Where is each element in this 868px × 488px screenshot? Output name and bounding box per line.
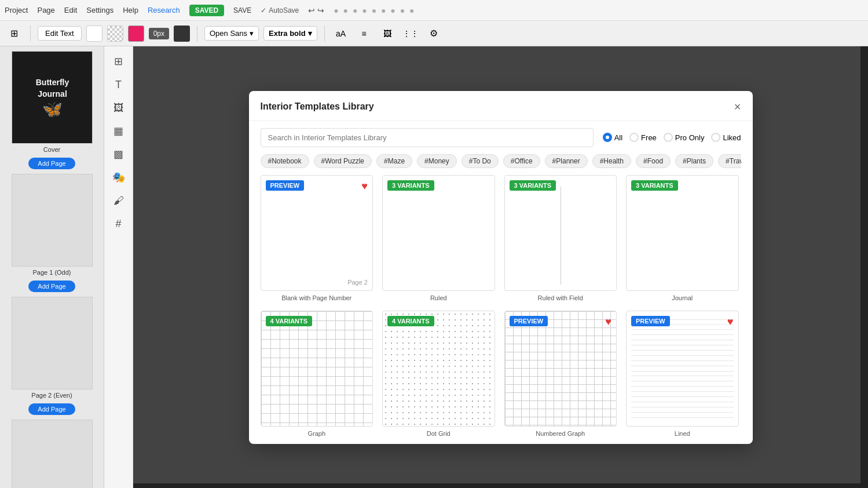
edit-text-button[interactable]: Edit Text xyxy=(38,26,82,41)
tag-wordpuzzle[interactable]: #Word Puzzle xyxy=(314,154,372,168)
history-dots: ● ● ● ● ● ● ● ● ● xyxy=(334,6,415,15)
undo-button[interactable]: ↩ xyxy=(308,6,315,15)
chevron-down-icon-2: ▾ xyxy=(308,29,312,38)
template-card-lined[interactable]: PREVIEW ♥ xyxy=(626,311,739,437)
filter-pro[interactable]: Pro Only xyxy=(664,133,705,142)
menu-edit[interactable]: Edit xyxy=(64,6,77,14)
template-card-ruled[interactable]: 3 VARIANTS xyxy=(382,175,495,301)
add-page-after-cover[interactable]: Add Page xyxy=(28,158,75,169)
badge-preview-8: PREVIEW xyxy=(631,316,670,326)
align-icon[interactable]: ≡ xyxy=(355,24,373,43)
text-tool[interactable]: T xyxy=(108,74,129,95)
table-tool[interactable]: ▦ xyxy=(108,121,129,141)
font-weight-select[interactable]: Extra bold ▾ xyxy=(263,26,317,41)
px-value[interactable]: 0px xyxy=(149,28,169,39)
page3-thumb[interactable] xyxy=(5,420,99,488)
add-page-after-2[interactable]: Add Page xyxy=(28,403,75,415)
hashtag-tool[interactable]: # xyxy=(108,213,129,234)
heart-button-8[interactable]: ♥ xyxy=(727,316,734,328)
badge-preview-7: PREVIEW xyxy=(510,316,548,326)
template-card-blank[interactable]: PREVIEW ♥ Page 2 Blank with Page Number xyxy=(261,175,373,301)
search-input[interactable] xyxy=(261,128,594,147)
tag-office[interactable]: #Office xyxy=(503,154,540,168)
tag-notebook[interactable]: #Notebook xyxy=(261,154,309,168)
font-family-select[interactable]: Open Sans ▾ xyxy=(204,26,259,41)
tag-planner[interactable]: #Planner xyxy=(545,154,588,168)
grid-icon[interactable]: ⋮⋮ xyxy=(401,24,420,43)
template-card-ruled-field[interactable]: 3 VARIANTS xyxy=(504,175,617,301)
template-card-numbered[interactable]: PREVIEW ♥ Numbered Graph xyxy=(504,311,617,437)
dark-swatch[interactable] xyxy=(174,26,190,42)
template-name-blank: Blank with Page Number xyxy=(261,294,373,301)
tag-maze[interactable]: #Maze xyxy=(376,154,412,168)
page2-thumb[interactable]: Page 2 (Even) xyxy=(5,297,99,399)
radio-free xyxy=(629,133,639,142)
image-tool[interactable]: 🖼 xyxy=(108,97,129,118)
checker-pattern-swatch[interactable] xyxy=(107,26,123,42)
saved-button[interactable]: SAVED xyxy=(189,5,224,16)
line xyxy=(631,417,734,418)
brick-tool[interactable]: ▩ xyxy=(108,144,129,165)
heart-button-1[interactable]: ♥ xyxy=(361,180,368,192)
badge-variants-4: 3 VARIANTS xyxy=(631,180,678,191)
redo-button[interactable]: ↪ xyxy=(317,6,324,15)
menu-help[interactable]: Help xyxy=(123,6,138,14)
badge-variants-2: 3 VARIANTS xyxy=(387,180,434,191)
color-picker[interactable] xyxy=(128,26,144,42)
save-button[interactable]: SAVE xyxy=(233,6,251,14)
image-icon[interactable]: 🖼 xyxy=(378,24,397,43)
cover-page-thumb[interactable]: ButterflyJournal 🦋 Cover xyxy=(5,51,99,153)
filter-liked-label: Liked xyxy=(723,133,741,142)
badge-variants-3: 3 VARIANTS xyxy=(510,180,556,191)
elements-icon[interactable]: ⊞ xyxy=(5,24,23,43)
template-card-graph[interactable]: 4 VARIANTS Graph xyxy=(261,311,373,437)
template-content-ruled xyxy=(383,176,495,290)
tags-row: #Notebook #Word Puzzle #Maze #Money #To … xyxy=(261,154,741,168)
line xyxy=(631,391,734,392)
settings-icon[interactable]: ⚙ xyxy=(424,24,443,43)
menu-research[interactable]: Research xyxy=(148,6,180,14)
template-content-lined xyxy=(627,311,738,426)
tag-plants[interactable]: #Plants xyxy=(675,154,713,168)
line xyxy=(631,329,734,330)
tag-travel[interactable]: #Travel xyxy=(718,154,741,168)
tag-health[interactable]: #Health xyxy=(592,154,631,168)
font-family-label: Open Sans xyxy=(210,29,247,38)
line xyxy=(631,371,734,372)
filter-liked[interactable]: Liked xyxy=(711,133,741,142)
line xyxy=(631,381,734,381)
template-card-dot[interactable]: 4 VARIANTS Dot Grid xyxy=(382,311,495,437)
template-thumb-blank: PREVIEW ♥ Page 2 xyxy=(261,175,373,291)
menu-page[interactable]: Page xyxy=(37,6,54,14)
line xyxy=(631,360,734,361)
paint-tool[interactable]: 🖌 xyxy=(108,190,129,211)
main-layout: ButterflyJournal 🦋 Cover Add Page Page 1… xyxy=(0,46,868,488)
elements-tool[interactable]: ⊞ xyxy=(108,51,129,72)
modal-header: Interior Templates Library × xyxy=(249,91,753,121)
modal-close-button[interactable]: × xyxy=(734,100,741,114)
filter-free[interactable]: Free xyxy=(629,133,657,142)
mask-tool[interactable]: 🎭 xyxy=(108,167,129,188)
filter-all[interactable]: All xyxy=(603,133,622,142)
add-page-after-1[interactable]: Add Page xyxy=(28,281,75,292)
autosave-indicator: ✓ AutoSave xyxy=(261,6,299,14)
line xyxy=(631,407,734,407)
autosave-label: AutoSave xyxy=(269,6,299,14)
tag-food[interactable]: #Food xyxy=(636,154,671,168)
page1-thumb[interactable]: Page 1 (Odd) xyxy=(5,174,99,276)
line xyxy=(631,334,734,335)
chevron-down-icon: ▾ xyxy=(250,29,254,38)
template-name-journal: Journal xyxy=(626,294,739,301)
white-square-swatch[interactable] xyxy=(86,26,102,42)
badge-variants-6: 4 VARIANTS xyxy=(387,316,434,326)
line xyxy=(631,396,734,397)
font-size-icon[interactable]: aA xyxy=(332,24,350,43)
tag-money[interactable]: #Money xyxy=(417,154,457,168)
heart-button-7[interactable]: ♥ xyxy=(605,316,611,328)
page3-thumb-img xyxy=(12,420,93,488)
tag-todo[interactable]: #To Do xyxy=(462,154,499,168)
menu-project[interactable]: Project xyxy=(5,6,28,14)
page2-label: Page 2 (Even) xyxy=(5,392,99,399)
menu-settings[interactable]: Settings xyxy=(86,6,113,14)
template-card-journal[interactable]: 3 VARIANTS xyxy=(626,175,739,301)
